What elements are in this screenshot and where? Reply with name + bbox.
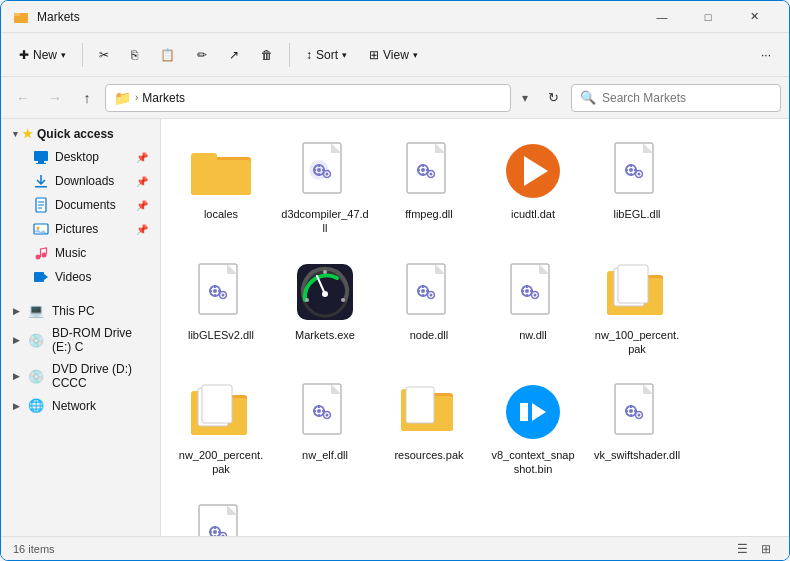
file-item-d3dcompiler[interactable]: d3dcompiler_47.dll (277, 131, 373, 244)
svg-rect-47 (630, 164, 632, 167)
close-button[interactable]: ✕ (731, 1, 777, 33)
file-name: vk_swiftshader.dll (594, 448, 680, 462)
svg-rect-5 (35, 186, 47, 188)
copy-button[interactable]: ⎘ (121, 43, 148, 67)
svg-point-24 (317, 168, 321, 172)
file-name: resources.pak (394, 448, 463, 462)
svg-point-67 (323, 270, 327, 274)
dll-icon-2 (397, 139, 461, 203)
dll-icon-3 (605, 139, 669, 203)
bdrom-chevron-icon: ▶ (13, 335, 20, 345)
file-item-icudtl[interactable]: icudtl.dat (485, 131, 581, 244)
svg-rect-104 (318, 405, 320, 408)
svg-point-118 (629, 409, 633, 413)
svg-rect-2 (34, 151, 48, 161)
address-path[interactable]: 📁 › Markets (105, 84, 511, 112)
file-item-v8snapshot[interactable]: v8_context_snapshot.bin (485, 372, 581, 485)
dvd-icon: 💿 (28, 369, 44, 384)
file-item-libegl[interactable]: libEGL.dll (589, 131, 685, 244)
search-icon: 🔍 (580, 90, 596, 105)
file-item-vulkan[interactable]: vulkan-1.dll (173, 493, 269, 536)
file-item-node[interactable]: node.dll (381, 252, 477, 365)
list-view-button[interactable]: ☰ (731, 540, 753, 558)
dll-icon (293, 139, 357, 203)
sidebar-network[interactable]: ▶ 🌐 Network (5, 394, 156, 417)
minimize-button[interactable]: — (639, 1, 685, 33)
file-name: icudtl.dat (511, 207, 555, 221)
svg-rect-1 (14, 13, 20, 16)
svg-rect-94 (618, 265, 648, 303)
file-name: nw.dll (519, 328, 547, 342)
svg-point-30 (326, 173, 329, 176)
quick-access-chevron-icon: ▾ (13, 129, 18, 139)
svg-rect-84 (526, 285, 528, 288)
dat-icon (501, 139, 565, 203)
sidebar-item-videos[interactable]: Videos (5, 265, 156, 289)
new-button[interactable]: ✚ New ▾ (9, 43, 76, 67)
file-item-resources[interactable]: resources.pak (381, 372, 477, 485)
grid-view-button[interactable]: ⊞ (755, 540, 777, 558)
file-item-libglesv2[interactable]: libGLESv2.dll (173, 252, 269, 365)
search-input[interactable] (602, 91, 772, 105)
more-button[interactable]: ··· (751, 43, 781, 67)
forward-button[interactable]: → (41, 84, 69, 112)
file-grid: locales (161, 119, 789, 536)
svg-point-34 (421, 168, 425, 172)
share-icon: ↗ (229, 48, 239, 62)
delete-button[interactable]: 🗑 (251, 43, 283, 67)
svg-rect-58 (214, 294, 216, 297)
file-name: v8_context_snapshot.bin (489, 448, 577, 477)
svg-rect-75 (422, 294, 424, 297)
quick-access-header[interactable]: ▾ ★ Quick access (5, 123, 156, 145)
status-view-buttons: ☰ ⊞ (731, 540, 777, 558)
sidebar: ▾ ★ Quick access Desktop 📌 Downloads (1, 119, 161, 536)
refresh-button[interactable]: ↻ (539, 84, 567, 112)
pak-icon (605, 260, 669, 324)
svg-rect-76 (417, 290, 420, 292)
paste-button[interactable]: 📋 (150, 43, 185, 67)
separator-1 (82, 43, 83, 67)
sidebar-item-documents[interactable]: Documents 📌 (5, 193, 156, 217)
sidebar-dvd[interactable]: ▶ 💿 DVD Drive (D:) CCCC (5, 358, 156, 394)
sidebar-this-pc[interactable]: ▶ 💻 This PC (5, 299, 156, 322)
svg-rect-106 (313, 410, 316, 412)
file-item-nw100pak[interactable]: nw_100_percent.pak (589, 252, 685, 365)
svg-point-62 (222, 293, 225, 296)
view-button[interactable]: ⊞ View ▾ (359, 43, 428, 67)
share-button[interactable]: ↗ (219, 43, 249, 67)
sidebar-item-desktop[interactable]: Desktop 📌 (5, 145, 156, 169)
rename-button[interactable]: ✏ (187, 43, 217, 67)
address-dropdown-button[interactable]: ▾ (515, 84, 535, 112)
svg-rect-86 (521, 290, 524, 292)
paste-icon: 📋 (160, 48, 175, 62)
svg-rect-3 (38, 161, 44, 163)
back-button[interactable]: ← (9, 84, 37, 112)
sidebar-item-pictures[interactable]: Pictures 📌 (5, 217, 156, 241)
pin-icon-2: 📌 (136, 176, 148, 187)
file-item-nwelf[interactable]: nw_elf.dll (277, 372, 373, 485)
svg-point-83 (525, 289, 529, 293)
new-chevron-icon: ▾ (61, 50, 66, 60)
file-item-ffmpeg[interactable]: ffmpeg.dll (381, 131, 477, 244)
cut-button[interactable]: ✂ (89, 43, 119, 67)
sidebar-bdrom[interactable]: ▶ 💿 BD-ROM Drive (E:) C (5, 322, 156, 358)
file-name: d3dcompiler_47.dll (281, 207, 369, 236)
file-item-vkswift[interactable]: vk_swiftshader.dll (589, 372, 685, 485)
svg-rect-59 (209, 290, 212, 292)
title-bar: Markets — □ ✕ (1, 1, 789, 33)
svg-point-46 (629, 168, 633, 172)
file-item-nw200pak[interactable]: nw_200_percent.pak (173, 372, 269, 485)
sidebar-item-downloads[interactable]: Downloads 📌 (5, 169, 156, 193)
search-box[interactable]: 🔍 (571, 84, 781, 112)
maximize-button[interactable]: □ (685, 1, 731, 33)
file-item-markets-exe[interactable]: Markets.exe (277, 252, 373, 365)
sidebar-item-music[interactable]: Music (5, 241, 156, 265)
file-name: libEGL.dll (613, 207, 660, 221)
file-name: nw_200_percent.pak (177, 448, 265, 477)
svg-rect-99 (202, 385, 232, 423)
up-button[interactable]: ↑ (73, 84, 101, 112)
file-item-nw[interactable]: nw.dll (485, 252, 581, 365)
status-count: 16 items (13, 543, 55, 555)
sort-button[interactable]: ↕ Sort ▾ (296, 43, 357, 67)
file-item-locales[interactable]: locales (173, 131, 269, 244)
